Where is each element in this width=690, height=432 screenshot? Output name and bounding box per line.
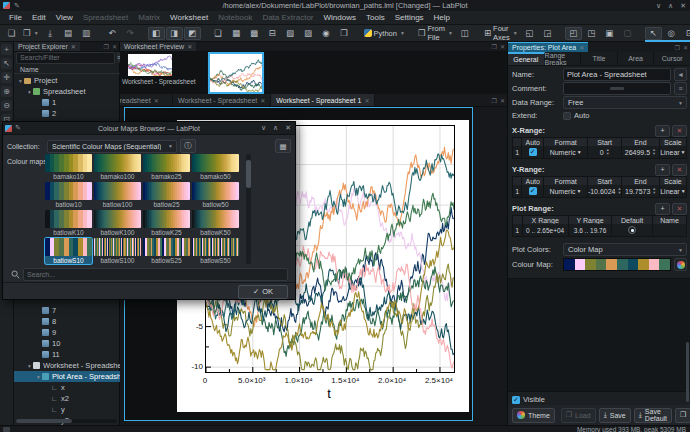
- colour-map-batlows100[interactable]: batlowS100: [94, 238, 141, 264]
- collection-info-button[interactable]: ⓘ: [180, 139, 196, 153]
- menu-data-extractor[interactable]: Data Extractor: [257, 11, 318, 25]
- remove-range-button[interactable]: ✕: [672, 203, 687, 215]
- menu-help[interactable]: Help: [429, 11, 455, 25]
- zoom-in-button[interactable]: ⊕: [1, 86, 12, 97]
- auto-checkbox[interactable]: ✓: [529, 148, 537, 156]
- x-range-end-input[interactable]: 26499.5▲▼: [622, 146, 660, 159]
- tree-column-header[interactable]: Name: [14, 65, 120, 74]
- colour-map-batlows10[interactable]: batlowS10: [45, 238, 92, 264]
- new-folder-button[interactable]: ❑: [210, 27, 227, 40]
- paste-button[interactable]: ❒: [336, 27, 353, 40]
- expander-icon[interactable]: ▾: [26, 363, 33, 369]
- menu-spreadsheet[interactable]: Spreadsheet: [78, 11, 133, 25]
- menu-tools[interactable]: Tools: [361, 11, 390, 25]
- minimize-button[interactable]: ∨: [656, 2, 661, 10]
- zoom-out-button[interactable]: ⊖: [1, 100, 12, 111]
- add-range-button[interactable]: +: [655, 125, 670, 137]
- colour-map-button[interactable]: [674, 258, 687, 271]
- add-range-button[interactable]: +: [655, 164, 670, 176]
- worksheet-thumbnail-1[interactable]: [128, 54, 172, 76]
- comment-input[interactable]: [563, 82, 671, 95]
- tree-item-7[interactable]: 7: [14, 305, 120, 316]
- dialog-maximize-button[interactable]: ∧: [273, 124, 278, 132]
- zoom-select-tool-button[interactable]: ⊡: [681, 27, 690, 40]
- colour-map-batlows25[interactable]: batlowS25: [143, 238, 190, 264]
- new-spreadsheet-button[interactable]: ▦: [228, 27, 245, 40]
- add-plot-four-axes-button[interactable]: ⊞Four Axes▼: [482, 27, 520, 40]
- worksheet-thumbnail-2[interactable]: [210, 54, 262, 92]
- menu-settings[interactable]: Settings: [390, 11, 429, 25]
- redo-button[interactable]: ↷: [122, 27, 139, 40]
- window-tile-button[interactable]: ◳: [583, 27, 600, 40]
- crosshair-tool-button[interactable]: ◎: [663, 27, 680, 40]
- new-notebook-button[interactable]: ▨: [300, 27, 317, 40]
- save-as-template-button[interactable]: ❒: [675, 408, 690, 423]
- project-search-input[interactable]: [16, 52, 115, 64]
- theme-button[interactable]: Theme: [512, 408, 555, 423]
- undo-button[interactable]: ↶: [104, 27, 121, 40]
- x-range-format-select[interactable]: Numeric▼: [544, 146, 588, 159]
- print-preview-button[interactable]: ▥: [78, 27, 95, 40]
- pointer-button[interactable]: ↖: [1, 58, 12, 69]
- close-icon[interactable]: ✕: [71, 43, 76, 50]
- toggle-worksheet-preview-button[interactable]: ◨: [166, 27, 183, 40]
- colour-map-batlow10[interactable]: batlow10: [45, 182, 92, 208]
- tree-item-project[interactable]: ▾Project: [14, 75, 120, 86]
- y-range-end-input[interactable]: 19.7573▲▼: [622, 185, 659, 198]
- y-range-format-select[interactable]: Numeric▼: [544, 185, 588, 198]
- y-range-scale-select[interactable]: Linear▼: [660, 185, 687, 198]
- tree-item-8[interactable]: 8: [14, 316, 120, 327]
- save-button[interactable]: ⤓ Save: [599, 408, 631, 423]
- tree-item-spreadsheet[interactable]: ▾Spreadsheet: [14, 86, 120, 97]
- menu-windows[interactable]: Windows: [319, 11, 361, 25]
- add-image-button[interactable]: ◲: [539, 27, 556, 40]
- close-dock-icon[interactable]: ✕: [500, 43, 505, 50]
- tree-item-y[interactable]: ∟y: [14, 404, 120, 415]
- close-icon[interactable]: ✕: [154, 97, 159, 104]
- add-button[interactable]: +: [1, 44, 12, 55]
- window-cascade-button[interactable]: ◰: [565, 27, 582, 40]
- colour-map-batlow50[interactable]: batlow50: [192, 182, 239, 208]
- vertical-scrollbar[interactable]: [686, 342, 689, 402]
- doc-tab-worksheet-spreadsheet-1[interactable]: Worksheet - Spreadsheet 1✕: [271, 94, 375, 106]
- colour-map-batlowk100[interactable]: batlowK100: [94, 210, 141, 236]
- colour-map-batlow25[interactable]: batlow25: [143, 182, 190, 208]
- new-python-notebook-button[interactable]: Python▼: [362, 27, 407, 40]
- import-live-data-button[interactable]: ◫: [456, 27, 473, 40]
- dialog-minimize-button[interactable]: ∨: [261, 124, 266, 132]
- menu-edit[interactable]: Edit: [27, 11, 51, 25]
- new-worksheet-button[interactable]: ▧: [282, 27, 299, 40]
- tree-item-worksheet-spreadsheet-1[interactable]: ▾Worksheet - Spreadsheet 1: [14, 360, 120, 371]
- select-tool-button[interactable]: ↖: [645, 27, 662, 40]
- tree-item-x[interactable]: ∟x: [14, 382, 120, 393]
- y-range-start-input[interactable]: -10.6024▲▼: [588, 185, 623, 198]
- close-icon[interactable]: ✕: [260, 97, 265, 104]
- toggle-properties-explorer-button[interactable]: ◩: [184, 27, 201, 40]
- expander-icon[interactable]: ▾: [35, 374, 42, 380]
- plot-range-row[interactable]: 10 .. 2.65e+043.6 .. 19.76: [512, 224, 687, 237]
- colour-map-bamako25[interactable]: bamako25: [143, 154, 190, 180]
- print-button[interactable]: ▤: [60, 27, 77, 40]
- colour-map-bamako50[interactable]: bamako50: [192, 154, 239, 180]
- tree-item-10[interactable]: 10: [14, 338, 120, 349]
- new-matrix-button[interactable]: ▩: [246, 27, 263, 40]
- colour-map-search-input[interactable]: [23, 268, 288, 281]
- close-button[interactable]: ✕: [680, 2, 686, 10]
- dialog-scrollbar[interactable]: [246, 154, 251, 264]
- tree-item-plot-area-spreadsheet[interactable]: ▾Plot Area - Spreadsheet: [14, 371, 120, 382]
- pan-button[interactable]: ✛: [1, 72, 12, 83]
- data-range-select[interactable]: Free▼: [563, 96, 687, 109]
- view-mode-button[interactable]: ▦: [275, 139, 291, 153]
- name-input[interactable]: [563, 68, 671, 81]
- doc-tab-worksheet-spreadsheet[interactable]: Worksheet - Spreadsheet✕: [173, 94, 271, 106]
- extend-auto-checkbox[interactable]: [563, 112, 571, 120]
- load-button[interactable]: ❒ Load: [561, 408, 596, 423]
- worksheet-preview-tab[interactable]: Worksheet Preview ✕: [120, 42, 196, 51]
- x-range-scale-select[interactable]: Linear▼: [660, 146, 687, 159]
- window-split-button[interactable]: ▢: [619, 27, 636, 40]
- x-range-start-input[interactable]: 0▲▼: [588, 146, 622, 159]
- new-document-button[interactable]: ❏: [3, 27, 20, 40]
- add-text-label-button[interactable]: ◱: [521, 27, 538, 40]
- dialog-close-button[interactable]: ✕: [285, 124, 291, 132]
- float-dock-icon[interactable]: ❐: [492, 43, 497, 50]
